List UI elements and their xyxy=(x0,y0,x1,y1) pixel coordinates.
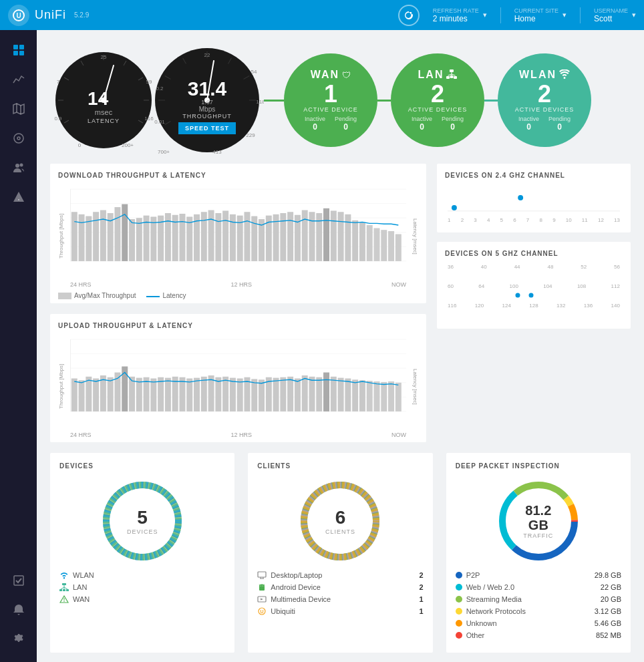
dpi-center: 81.2 GB TRAFFIC xyxy=(516,503,560,539)
svg-rect-183 xyxy=(395,383,401,411)
wan-pending: Pending 0 xyxy=(335,116,357,132)
svg-rect-169 xyxy=(295,379,301,411)
svg-rect-215 xyxy=(258,572,266,577)
svg-rect-149 xyxy=(150,379,156,411)
legend-android-label: Android Device xyxy=(271,583,321,591)
legend-lan: LAN xyxy=(59,583,225,591)
devices-donut: 5 DEVICES xyxy=(99,478,186,564)
sidebar-item-alerts[interactable] xyxy=(5,184,32,210)
legend-ubiquiti-label: Ubiquiti xyxy=(271,607,295,615)
channel-24-svg xyxy=(448,184,620,218)
clients-count: 6 xyxy=(325,507,355,528)
top-navigation: U UniFi 5.2.9 REFRESH RATE 2 minutes ▾ C… xyxy=(0,0,644,30)
site-selector[interactable]: CURRENT SITE Home ▾ xyxy=(514,7,567,23)
svg-rect-80 xyxy=(122,204,128,261)
sidebar-bottom xyxy=(5,567,32,655)
channel-5-row1: 364044485256 xyxy=(445,263,623,271)
top-nav-right: REFRESH RATE 2 minutes ▾ CURRENT SITE Ho… xyxy=(398,5,636,26)
svg-rect-161 xyxy=(237,379,243,411)
svg-rect-73 xyxy=(71,212,77,261)
svg-rect-172 xyxy=(316,377,322,411)
svg-rect-200 xyxy=(62,583,66,585)
svg-rect-116 xyxy=(381,230,387,261)
throughput-display: 31.4 1.67 Mbps THROUGHPUT SPEED TEST xyxy=(150,43,264,157)
svg-rect-118 xyxy=(395,234,401,261)
legend-p2p-label: P2P xyxy=(466,571,480,579)
svg-rect-168 xyxy=(287,377,293,411)
svg-rect-14 xyxy=(14,576,23,585)
legend-p2p: P2P 29.8 GB xyxy=(456,571,621,579)
legend-other-size: 852 MB xyxy=(596,631,621,639)
wlan-legend-icon xyxy=(59,571,69,579)
upload-time-labels: 24 HRS 12 HRS NOW xyxy=(70,432,406,438)
download-chart-panel: DOWNLOAD THROUGHPUT & LATENCY Throughput… xyxy=(50,164,426,303)
logo-area: U UniFi 5.2.9 xyxy=(8,5,89,26)
site-label: CURRENT SITE xyxy=(514,7,558,14)
sidebar-item-notifications[interactable] xyxy=(5,597,32,623)
legend-wan: WAN xyxy=(59,595,225,603)
svg-line-206 xyxy=(64,587,67,589)
svg-point-220 xyxy=(261,586,261,587)
svg-rect-156 xyxy=(201,377,207,411)
right-charts: DEVICES ON 2.4 GHZ CHANNEL 1234567891011… xyxy=(437,164,631,453)
legend-other: Other 852 MB xyxy=(456,631,621,639)
app-version: 5.2.9 xyxy=(74,11,89,19)
upload-chart-svg-wrap: 50 40 30 20 10 0 xyxy=(70,335,406,438)
svg-rect-141 xyxy=(93,379,99,411)
svg-rect-178 xyxy=(359,381,365,412)
sidebar-item-settings[interactable] xyxy=(5,626,32,653)
clients-panel: CLIENTS 6 CLIENTS xyxy=(248,453,432,653)
throughput-legend-icon: Avg/Max Throughput xyxy=(58,292,136,299)
ubiquiti-legend-icon: U xyxy=(257,607,267,615)
wlan-desc: ACTIVE DEVICES xyxy=(515,106,575,113)
legend-ubiquiti: U Ubiquiti 1 xyxy=(257,607,423,615)
user-selector[interactable]: USERNAME Scott ▾ xyxy=(594,7,636,23)
legend-wlan-label: WLAN xyxy=(73,571,94,579)
svg-rect-13 xyxy=(18,199,19,200)
lan-pending: Pending 0 xyxy=(442,116,464,132)
wan-label: WAN xyxy=(311,69,339,81)
wan-inactive: Inactive 0 xyxy=(305,116,325,132)
svg-rect-54 xyxy=(446,76,450,79)
lan-stats: Inactive 0 Pending 0 xyxy=(412,116,464,132)
legend-desktop-count: 2 xyxy=(420,571,424,579)
svg-rect-109 xyxy=(331,210,337,261)
dpi-panel: DEEP PACKET INSPECTION xyxy=(446,453,631,653)
sidebar-item-stats[interactable] xyxy=(5,66,32,93)
svg-rect-77 xyxy=(100,210,106,261)
svg-rect-4 xyxy=(13,51,18,55)
upload-chart-panel: UPLOAD THROUGHPUT & LATENCY Throughput [… xyxy=(50,314,426,442)
site-value: Home xyxy=(514,14,558,23)
refresh-rate-label: REFRESH RATE xyxy=(433,7,479,14)
svg-point-11 xyxy=(15,164,19,168)
clients-legend: Desktop/Laptop 2 Android Device 2 Multim… xyxy=(257,571,423,615)
wlan-inactive: Inactive 0 xyxy=(518,116,539,132)
svg-rect-84 xyxy=(150,216,156,261)
dpi-donut-wrap: 81.2 GB TRAFFIC xyxy=(456,478,621,564)
clients-donut-wrap: 6 CLIENTS xyxy=(257,478,423,564)
svg-rect-86 xyxy=(165,213,171,261)
speed-test-button[interactable]: SPEED TEST xyxy=(178,122,236,134)
sidebar-item-clients[interactable] xyxy=(5,154,32,181)
download-chart-title: DOWNLOAD THROUGHPUT & LATENCY xyxy=(58,172,418,179)
channel-24-labels: 12345678910111213 xyxy=(448,217,620,223)
legend-ubiquiti-count: 1 xyxy=(420,607,424,615)
sidebar-item-dashboard[interactable] xyxy=(5,37,32,63)
legend-desktop-label: Desktop/Laptop xyxy=(271,571,322,579)
refresh-rate-selector[interactable]: REFRESH RATE 2 minutes ▾ xyxy=(433,7,487,23)
header-stats: 25 59 116 200+ 0 0.9 7 14 msec LATENCY xyxy=(37,30,644,164)
lan-network-icon xyxy=(446,69,457,81)
sidebar-item-devices[interactable] xyxy=(5,125,32,152)
refresh-button[interactable] xyxy=(398,5,420,26)
refresh-chevron-icon: ▾ xyxy=(483,11,487,19)
svg-rect-93 xyxy=(215,213,221,261)
web-dot xyxy=(456,584,462,591)
sidebar-item-map[interactable] xyxy=(5,96,32,122)
legend-multimedia-label: Multimedia Device xyxy=(271,595,331,603)
username-label: USERNAME xyxy=(594,7,628,14)
sidebar-item-tasks[interactable] xyxy=(5,567,32,594)
legend-unknown-label: Unknown xyxy=(466,619,497,627)
dpi-legend: P2P 29.8 GB Web / Web 2.0 22 GB Streamin… xyxy=(456,571,621,639)
svg-rect-164 xyxy=(259,380,265,412)
upload-chart-title: UPLOAD THROUGHPUT & LATENCY xyxy=(58,322,418,329)
